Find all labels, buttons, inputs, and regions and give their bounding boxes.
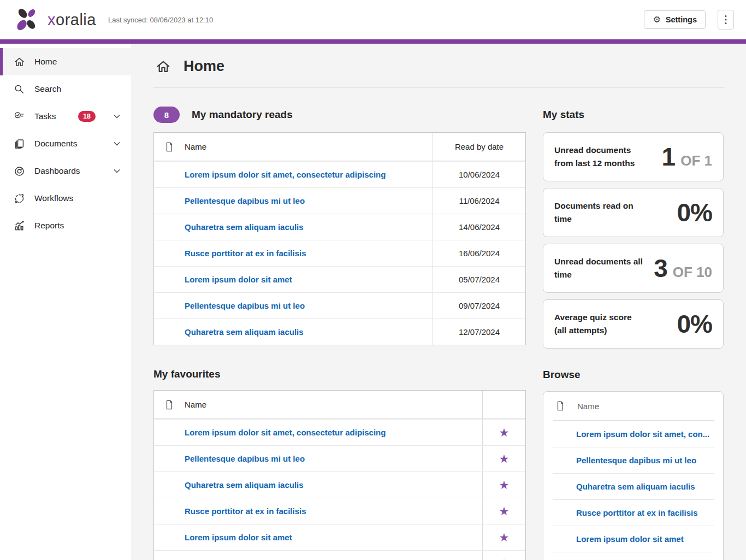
- document-icon: [154, 142, 185, 152]
- last-synced-text: Last synced: 08/06/2023 at 12:10: [108, 16, 213, 24]
- brand-name: xoralia: [48, 11, 96, 29]
- stat-card: Average quiz score (all attempts) 0%: [543, 299, 724, 349]
- main-content: Home 8 My mandatory reads Name Read by d…: [131, 44, 746, 560]
- document-link[interactable]: Lorem ipsum dolor sit amet, con...: [576, 429, 712, 439]
- document-link[interactable]: Lorem ipsum dolor sit amet, consectetur …: [185, 170, 433, 179]
- browse-row: Pellentesque dapibus mi ut leo: [553, 447, 714, 473]
- document-link[interactable]: Quharetra sem aliquam iaculis: [185, 222, 433, 232]
- stat-label: Unread documents from last 12 months: [554, 144, 646, 170]
- favourite-row: Rusce porttitor at ex in facilisis: [154, 498, 525, 524]
- document-link[interactable]: Pellentesque dapibus mi ut leo: [185, 196, 433, 205]
- browse-row: Rusce porttitor at ex in facilisis: [553, 499, 714, 526]
- documents-icon: [13, 138, 25, 150]
- mandatory-count-badge: 8: [153, 107, 180, 123]
- stat-card: Unread documents all time 3 OF 10: [543, 244, 724, 293]
- stat-card: Unread documents from last 12 months 1 O…: [543, 132, 724, 181]
- favourite-row: Pellentesque dapibus mi ut leo: [154, 445, 525, 471]
- sidebar-item-home[interactable]: Home: [0, 48, 131, 75]
- xoralia-logo-icon: [14, 6, 41, 33]
- column-header-name: Name: [185, 142, 433, 151]
- tasks-icon: [13, 110, 25, 122]
- document-link[interactable]: Rusce porttitor at ex in facilisis: [185, 506, 482, 516]
- chevron-down-icon[interactable]: [113, 139, 121, 148]
- browse-card: Name: [543, 391, 724, 560]
- favourite-star-icon[interactable]: [499, 479, 510, 491]
- sidebar-item-reports[interactable]: Reports: [0, 212, 131, 239]
- favourite-row: P: [154, 550, 525, 560]
- document-icon: [154, 399, 185, 410]
- stat-label: Average quiz score (all attempts): [554, 311, 646, 337]
- document-link[interactable]: Pellentesque dapibus mi ut leo: [185, 301, 433, 310]
- document-link[interactable]: Rusce porttitor at ex in facilisis: [576, 508, 712, 517]
- workflows-icon: [13, 192, 25, 204]
- favourite-star-icon[interactable]: [499, 427, 510, 438]
- stat-value: 0%: [677, 198, 712, 227]
- favourite-row: W: [154, 419, 525, 445]
- divider: [153, 87, 724, 88]
- dashboards-icon: [13, 165, 25, 177]
- stat-suffix: OF 10: [673, 264, 712, 281]
- document-link[interactable]: Pellentesque dapibus mi ut leo: [185, 454, 482, 463]
- stat-suffix: OF 1: [680, 152, 712, 169]
- brand: xoralia: [14, 6, 96, 33]
- favourite-row: W: [154, 524, 525, 550]
- more-options-button[interactable]: [718, 10, 734, 30]
- document-link[interactable]: Lorem ipsum dolor sit amet: [576, 534, 712, 544]
- stat-value: 1: [662, 142, 676, 172]
- column-header-name: Name: [185, 400, 482, 409]
- page-title: Home: [183, 58, 224, 75]
- chevron-down-icon[interactable]: [113, 112, 121, 121]
- browse-row: Lorem ipsum dolor sit amet, con...: [553, 421, 714, 447]
- browse-row: Lorem ipsum dolor sit amet: [553, 526, 714, 552]
- favourite-star-icon[interactable]: [499, 532, 510, 543]
- document-link[interactable]: Quharetra sem aliquam iaculis: [185, 480, 482, 490]
- settings-button[interactable]: ⚙ Settings: [644, 10, 706, 29]
- read-by-date: 16/06/2024: [433, 240, 525, 266]
- favourite-row: P: [154, 471, 525, 498]
- document-link[interactable]: Lorem ipsum dolor sit amet: [185, 533, 482, 542]
- gear-icon: ⚙: [653, 15, 660, 24]
- sidebar-item-tasks[interactable]: Tasks 18: [0, 103, 131, 130]
- sidebar-item-search[interactable]: Search: [0, 75, 131, 103]
- document-link[interactable]: Pellentesque dapibus mi ut leo: [576, 456, 712, 465]
- stat-card: Documents read on time 0%: [543, 188, 724, 237]
- mandatory-reads-table: Name Read by date W: [153, 132, 526, 345]
- mandatory-read-row: P Quharetra sem aliquam iaculis 12/07/20…: [154, 319, 525, 345]
- read-by-date: 05/07/2024: [433, 267, 525, 292]
- mandatory-read-row: W Lorem ipsum dolor sit amet 05/07/2024: [154, 266, 525, 292]
- document-link[interactable]: Rusce porttitor at ex in facilisis: [185, 249, 433, 258]
- document-link[interactable]: Quharetra sem aliquam iaculis: [576, 482, 712, 491]
- document-link[interactable]: Lorem ipsum dolor sit amet, consectetur …: [185, 428, 482, 437]
- document-link[interactable]: Lorem ipsum dolor sit amet: [185, 275, 433, 284]
- stat-value: 0%: [677, 309, 712, 339]
- top-header: xoralia Last synced: 08/06/2023 at 12:10…: [0, 0, 746, 39]
- kebab-menu-icon: [725, 15, 727, 25]
- read-by-date: 10/06/2024: [433, 162, 525, 187]
- browse-row: Pellentesque dapibus mi ut leo: [553, 552, 714, 560]
- favourites-title: My favourites: [153, 368, 220, 380]
- sidebar-item-dashboards[interactable]: Dashboards: [0, 157, 131, 185]
- column-header-read-by-date: Read by date: [433, 133, 525, 161]
- reports-icon: [13, 220, 25, 232]
- favourite-star-icon[interactable]: [499, 558, 510, 560]
- tasks-count-badge: 18: [78, 111, 96, 122]
- sidebar-item-documents[interactable]: Documents: [0, 130, 131, 157]
- sidebar: Home Search Tasks 18 Documents: [0, 44, 131, 560]
- mandatory-read-row: P Rusce porttitor at ex in facilisis 16/…: [154, 240, 525, 266]
- sidebar-item-workflows[interactable]: Workflows: [0, 185, 131, 212]
- chevron-down-icon[interactable]: [113, 167, 121, 175]
- brand-accent-bar: [0, 39, 746, 44]
- home-icon: [13, 56, 25, 68]
- favourite-star-icon[interactable]: [499, 453, 510, 464]
- read-by-date: 09/07/2024: [433, 293, 525, 319]
- mandatory-read-row: P Pellentesque dapibus mi ut leo 09/07/2…: [154, 292, 525, 319]
- stat-value: 3: [654, 254, 667, 283]
- home-icon: [156, 59, 171, 74]
- favourite-star-icon[interactable]: [499, 505, 510, 517]
- mandatory-read-row: P Pellentesque dapibus mi ut leo 11/06/2…: [154, 187, 525, 214]
- read-by-date: 11/06/2024: [433, 188, 525, 214]
- browse-title: Browse: [543, 369, 581, 381]
- read-by-date: 12/07/2024: [433, 319, 525, 345]
- column-header-name: Name: [577, 402, 599, 411]
- document-link[interactable]: Quharetra sem aliquam iaculis: [185, 327, 433, 337]
